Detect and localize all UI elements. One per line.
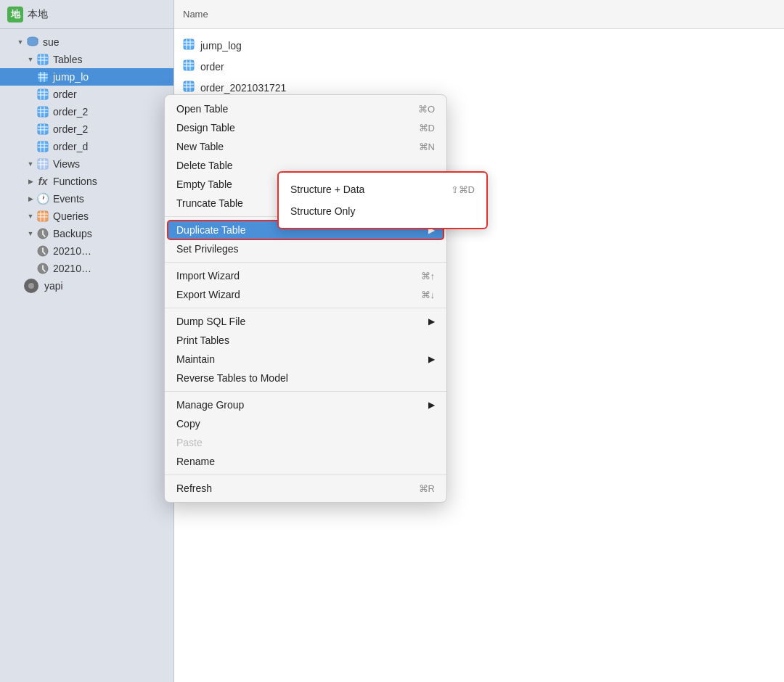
menu-item-reverse-tables[interactable]: Reverse Tables to Model — [165, 369, 446, 387]
expand-triangle: ▶ — [26, 194, 35, 203]
table-folder-icon — [36, 53, 49, 66]
sidebar-item-views[interactable]: ▼ Views — [0, 155, 173, 173]
table-icon — [36, 88, 49, 101]
svg-rect-6 — [38, 72, 48, 82]
context-menu: Open Table ⌘O Design Table ⌘D New Table … — [164, 94, 447, 503]
expand-triangle: ▶ — [26, 177, 35, 186]
menu-item-export-wizard[interactable]: Export Wizard ⌘↓ — [165, 285, 446, 304]
sidebar-item-jump-log[interactable]: jump_lo — [0, 68, 173, 86]
menu-item-rename[interactable]: Rename — [165, 452, 446, 471]
menu-item-label: Dump SQL File — [176, 316, 245, 327]
menu-item-label: Open Table — [176, 103, 228, 115]
svg-rect-31 — [38, 159, 48, 169]
menu-item-new-table[interactable]: New Table ⌘N — [165, 137, 446, 156]
menu-item-refresh[interactable]: Refresh ⌘R — [165, 479, 446, 498]
menu-item-set-privileges[interactable]: Set Privileges — [165, 239, 446, 258]
sidebar-item-backup1[interactable]: 20210… — [0, 242, 173, 260]
sidebar-item-backups[interactable]: ▼ Backups — [0, 225, 173, 242]
sidebar-item-label: yapi — [44, 280, 63, 292]
backup-icon — [36, 227, 49, 240]
item-label: order — [200, 61, 224, 73]
shortcut: ⌘R — [419, 483, 435, 494]
list-item[interactable]: jump_log — [174, 35, 784, 56]
menu-item-copy[interactable]: Copy — [165, 414, 446, 433]
main-header: Name — [174, 0, 784, 29]
table-icon — [183, 38, 195, 52]
svg-rect-36 — [38, 211, 48, 221]
menu-item-label: Maintain — [176, 353, 215, 365]
menu-item-label: Import Wizard — [176, 270, 240, 282]
sidebar-item-label: Queries — [53, 210, 89, 222]
sidebar-item-label: sue — [43, 36, 60, 48]
menu-item-label: Manage Group — [176, 399, 244, 411]
sidebar-item-queries[interactable]: ▼ Queries — [0, 208, 173, 225]
submenu-arrow: ▶ — [428, 400, 435, 410]
submenu-item-structure-data[interactable]: Structure + Data ⇧⌘D — [279, 178, 486, 200]
sidebar-item-events[interactable]: ▶ 🕐 Events — [0, 190, 173, 208]
yapi-icon — [25, 279, 38, 292]
table-icon — [36, 70, 49, 83]
svg-rect-11 — [38, 89, 48, 99]
menu-item-label: Set Privileges — [176, 243, 239, 255]
app-icon: 地 — [7, 7, 23, 22]
menu-item-label: New Table — [176, 141, 224, 152]
expand-triangle: ▼ — [26, 160, 35, 168]
sidebar: 地 本地 ▼ sue ▼ Tables ju — [0, 0, 174, 682]
expand-triangle: ▼ — [26, 229, 35, 238]
menu-item-label: Export Wizard — [176, 289, 240, 300]
functions-icon: fx — [36, 175, 49, 188]
sidebar-item-functions[interactable]: ▶ fx Functions — [0, 173, 173, 190]
menu-item-label: Design Table — [176, 122, 235, 133]
menu-item-open-table[interactable]: Open Table ⌘O — [165, 99, 446, 118]
menu-item-import-wizard[interactable]: Import Wizard ⌘↑ — [165, 266, 446, 285]
menu-item-print-tables[interactable]: Print Tables — [165, 331, 446, 350]
table-icon — [36, 105, 49, 118]
svg-rect-16 — [38, 107, 48, 117]
table-icon — [183, 81, 195, 94]
table-icon — [183, 59, 195, 73]
table-icon — [36, 123, 49, 136]
table-icon — [36, 140, 49, 153]
sidebar-item-sue[interactable]: ▼ sue — [0, 33, 173, 51]
submenu-item-label: Structure + Data — [290, 184, 364, 195]
menu-item-label: Copy — [176, 418, 200, 430]
menu-separator — [165, 308, 446, 308]
menu-item-label: Duplicate Table — [176, 224, 245, 236]
sidebar-tree: ▼ sue ▼ Tables jump_lo — [0, 29, 173, 299]
views-icon — [36, 157, 49, 170]
menu-item-maintain[interactable]: Maintain ▶ — [165, 350, 446, 369]
list-item[interactable]: order — [174, 56, 784, 77]
sidebar-item-order[interactable]: order — [0, 86, 173, 103]
sidebar-item-order2[interactable]: order_2 — [0, 103, 173, 120]
sidebar-item-order3[interactable]: order_2 — [0, 120, 173, 138]
menu-item-label: Rename — [176, 456, 215, 467]
menu-item-label: Print Tables — [176, 334, 229, 346]
svg-rect-1 — [38, 54, 48, 65]
menu-separator — [165, 474, 446, 475]
submenu-arrow: ▶ — [428, 316, 435, 326]
expand-triangle: ▼ — [16, 38, 25, 46]
sidebar-item-label: 20210… — [53, 263, 91, 274]
sidebar-header: 地 本地 — [0, 0, 173, 29]
submenu-item-structure-only[interactable]: Structure Only — [279, 200, 486, 222]
sidebar-item-label: Events — [53, 193, 84, 205]
sidebar-item-label: order_2 — [53, 106, 88, 118]
sidebar-item-label: 20210… — [53, 245, 91, 257]
backup-file-icon — [36, 245, 49, 258]
sidebar-item-label: Backups — [53, 228, 92, 239]
sidebar-item-order-detail[interactable]: order_d — [0, 138, 173, 155]
sidebar-item-tables[interactable]: ▼ Tables — [0, 51, 173, 68]
menu-item-paste[interactable]: Paste — [165, 433, 446, 452]
svg-rect-50 — [184, 60, 194, 70]
menu-separator — [165, 262, 446, 263]
menu-item-label: Empty Table — [176, 178, 232, 190]
submenu-shortcut: ⇧⌘D — [451, 184, 475, 195]
menu-item-manage-group[interactable]: Manage Group ▶ — [165, 395, 446, 414]
sidebar-title: 本地 — [28, 8, 48, 21]
sidebar-item-label: Tables — [53, 54, 82, 65]
submenu-arrow: ▶ — [428, 354, 435, 364]
sidebar-item-yapi[interactable]: yapi — [0, 277, 173, 295]
menu-item-dump-sql[interactable]: Dump SQL File ▶ — [165, 312, 446, 331]
menu-item-design-table[interactable]: Design Table ⌘D — [165, 118, 446, 137]
sidebar-item-backup2[interactable]: 20210… — [0, 260, 173, 277]
